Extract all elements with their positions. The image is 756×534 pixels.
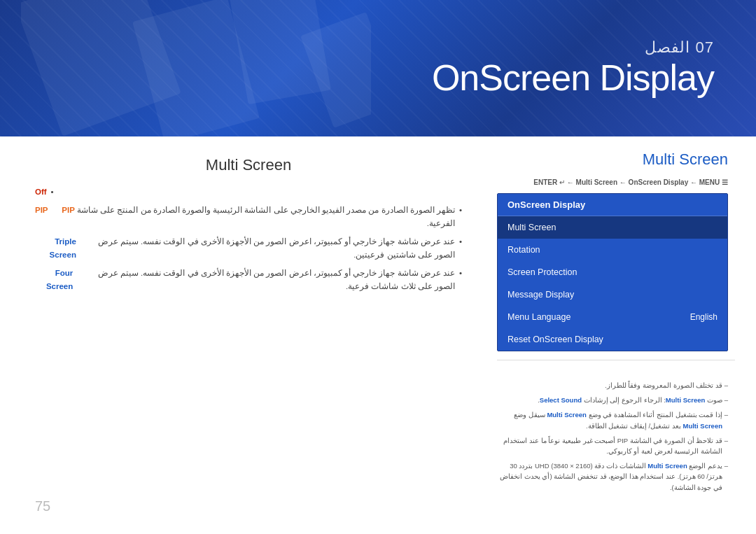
term-four: Four Screen [35,267,73,294]
left-panel-title: Multi Screen [35,156,462,174]
menu-item-label: Multi Screen [507,223,556,232]
menu-item-rotation[interactable]: Rotation [498,239,727,261]
menu-item-menu-language[interactable]: Menu Language English [498,306,727,328]
breadcrumb-arrow2: ← [620,178,629,186]
bullet-list: • Off • تظهر الصورة الصادرة من مصدر الفي… [35,185,462,294]
bullet-text: عند عرض شاشة جهاز خارجي أو كمبيوتر، اعرض… [79,235,455,262]
breadcrumb-menu: MENU ☰ [699,178,728,186]
bullet-dot: • [459,204,462,218]
term-pip-label: PIP [35,204,48,218]
note-blue-multi3: Multi Screen [648,462,687,470]
header-subtitle: 07 الفصل [645,38,714,57]
note-blue-multi: Multi Screen [547,411,587,419]
note-blue-multi2: Multi Screen [683,422,723,430]
menu-item-screen-protection[interactable]: Screen Protection [498,261,727,283]
osd-menu-header-text: OnScreen Display [507,199,585,210]
breadcrumb-osd: OnScreen Display [629,178,689,186]
note-item: صوت Multi Screen: الرجاء الرجوع إلى إرشا… [497,395,728,405]
page-number: 75 [35,498,50,514]
bullet-dot: • [459,235,462,249]
menu-item-label: Message Display [507,290,574,300]
note-item: قد تختلف الصورة المعروضة وفقاً للطراز. [497,380,728,391]
list-item: • Off [35,185,462,199]
list-item: • تظهر الصورة الصادرة من مصدر الفيديو ال… [35,204,462,231]
right-panel: Multi Screen ENTER ↵ ← Multi Screen ← On… [490,136,756,534]
menu-item-english-value: English [690,312,718,322]
bullet-text: تظهر الصورة الصادرة من مصدر الفيديو الخا… [51,204,455,231]
breadcrumb-text: ENTER [533,178,557,186]
osd-menu-header: OnScreen Display [498,194,727,216]
list-item: • عند عرض شاشة جهاز خارجي أو كمبيوتر، اع… [35,235,462,262]
main-content: Multi Screen • Off • تظهر الصورة الصادرة… [0,136,756,534]
right-panel-title: Multi Screen [497,150,735,169]
note-blue-select-sound: Select Sound [540,396,582,404]
bullet-dot: • [459,267,462,281]
term-pip: PIP [62,206,75,214]
list-item: • عند عرض شاشة جهاز خارجي أو كمبيوتر، اع… [35,267,462,294]
divider [497,360,735,360]
note-blue-multiscreen: Multi Screen [666,396,706,404]
note-item: قد تلاحظ أن الصورة في الشاشة PIP أصبحت غ… [497,435,728,456]
menu-item-label: Reset OnScreen Display [507,335,603,344]
breadcrumb-multiscreen: Multi Screen [576,178,617,186]
note-item: يدعم الوضع Multi Screen الشاشات ذات دقة … [497,461,728,493]
header-banner: 07 الفصل OnScreen Display [0,0,756,136]
notes-section: قد تختلف الصورة المعروضة وفقاً للطراز. ص… [497,380,735,497]
nav-breadcrumb: ENTER ↵ ← Multi Screen ← OnScreen Displa… [497,178,735,186]
term-triple: Triple Screen [35,235,76,262]
menu-item-multiscreen[interactable]: Multi Screen [498,216,727,239]
menu-item-label: Screen Protection [507,267,577,277]
term-off: Off [35,185,47,199]
left-panel: Multi Screen • Off • تظهر الصورة الصادرة… [0,136,490,534]
breadcrumb-arrow: ↵ ← [559,178,576,186]
banner-decorations [21,0,371,136]
menu-item-label: Menu Language [507,312,570,322]
breadcrumb-arrow3: ← [690,178,699,186]
menu-item-reset-osd[interactable]: Reset OnScreen Display [498,328,727,351]
bullet-text: عند عرض شاشة جهاز خارجي أو كمبيوتر، اعرض… [76,267,455,294]
bullet-dot: • [51,185,54,199]
osd-menu-box: OnScreen Display Multi Screen Rotation S… [497,193,728,351]
header-title: OnScreen Display [432,57,714,99]
menu-item-message-display[interactable]: Message Display [498,283,727,306]
menu-item-label: Rotation [507,245,540,255]
note-item: إذا قمت بتشغيل المنتج أثناء المشاهدة في … [497,409,728,430]
